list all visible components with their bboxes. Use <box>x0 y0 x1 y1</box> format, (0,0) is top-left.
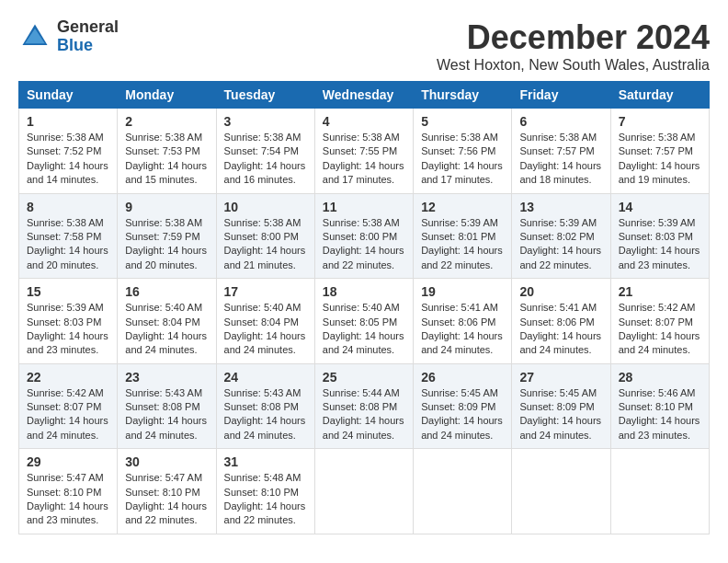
weekday-header-row: Sunday Monday Tuesday Wednesday Thursday… <box>19 82 710 109</box>
header-friday: Friday <box>512 82 610 109</box>
day-number: 27 <box>519 370 602 385</box>
day-number: 15 <box>27 284 109 299</box>
day-number: 24 <box>224 370 307 385</box>
calendar-cell: 9Sunrise: 5:38 AM Sunset: 7:59 PM Daylig… <box>118 193 216 279</box>
day-number: 13 <box>519 200 602 214</box>
calendar-cell: 17Sunrise: 5:40 AM Sunset: 8:04 PM Dayli… <box>216 279 314 364</box>
day-info: Sunrise: 5:38 AM Sunset: 7:55 PM Dayligh… <box>323 131 405 188</box>
calendar-cell: 27Sunrise: 5:45 AM Sunset: 8:09 PM Dayli… <box>512 363 610 449</box>
calendar-cell: 30Sunrise: 5:47 AM Sunset: 8:10 PM Dayli… <box>118 449 216 534</box>
calendar-cell: 28Sunrise: 5:46 AM Sunset: 8:10 PM Dayli… <box>610 363 709 449</box>
day-number: 12 <box>421 200 504 214</box>
title-area: December 2024 West Hoxton, New South Wal… <box>437 18 710 74</box>
day-info: Sunrise: 5:42 AM Sunset: 8:07 PM Dayligh… <box>619 301 701 358</box>
day-info: Sunrise: 5:38 AM Sunset: 7:52 PM Dayligh… <box>27 131 109 188</box>
day-info: Sunrise: 5:38 AM Sunset: 7:57 PM Dayligh… <box>619 131 701 188</box>
day-number: 21 <box>619 284 701 299</box>
day-number: 18 <box>323 284 405 299</box>
day-number: 2 <box>125 114 208 129</box>
day-number: 16 <box>125 284 208 299</box>
calendar-cell: 15Sunrise: 5:39 AM Sunset: 8:03 PM Dayli… <box>19 279 118 364</box>
header-wednesday: Wednesday <box>314 82 413 109</box>
calendar-cell: 19Sunrise: 5:41 AM Sunset: 8:06 PM Dayli… <box>414 279 512 364</box>
calendar-cell: 6Sunrise: 5:38 AM Sunset: 7:57 PM Daylig… <box>512 109 610 194</box>
calendar-cell: 10Sunrise: 5:38 AM Sunset: 8:00 PM Dayli… <box>216 193 314 279</box>
calendar-cell: 8Sunrise: 5:38 AM Sunset: 7:58 PM Daylig… <box>19 193 118 279</box>
calendar-cell: 5Sunrise: 5:38 AM Sunset: 7:56 PM Daylig… <box>414 109 512 194</box>
day-info: Sunrise: 5:38 AM Sunset: 7:57 PM Dayligh… <box>519 131 602 188</box>
day-info: Sunrise: 5:48 AM Sunset: 8:10 PM Dayligh… <box>224 471 307 528</box>
day-info: Sunrise: 5:39 AM Sunset: 8:01 PM Dayligh… <box>421 216 504 273</box>
day-number: 26 <box>421 370 504 385</box>
day-number: 19 <box>421 284 504 299</box>
day-info: Sunrise: 5:38 AM Sunset: 7:54 PM Dayligh… <box>224 131 307 188</box>
calendar-cell: 29Sunrise: 5:47 AM Sunset: 8:10 PM Dayli… <box>19 449 118 534</box>
calendar-cell: 26Sunrise: 5:45 AM Sunset: 8:09 PM Dayli… <box>414 363 512 449</box>
calendar-cell: 31Sunrise: 5:48 AM Sunset: 8:10 PM Dayli… <box>216 449 314 534</box>
day-info: Sunrise: 5:43 AM Sunset: 8:08 PM Dayligh… <box>224 386 307 443</box>
day-number: 6 <box>519 114 602 129</box>
calendar-cell: 7Sunrise: 5:38 AM Sunset: 7:57 PM Daylig… <box>610 109 709 194</box>
calendar-cell: 21Sunrise: 5:42 AM Sunset: 8:07 PM Dayli… <box>610 279 709 364</box>
calendar-week-1: 1Sunrise: 5:38 AM Sunset: 7:52 PM Daylig… <box>19 109 710 194</box>
header-sunday: Sunday <box>19 82 118 109</box>
calendar-cell <box>314 449 413 534</box>
calendar-cell <box>610 449 709 534</box>
calendar-week-5: 29Sunrise: 5:47 AM Sunset: 8:10 PM Dayli… <box>19 449 710 534</box>
calendar-cell: 16Sunrise: 5:40 AM Sunset: 8:04 PM Dayli… <box>118 279 216 364</box>
calendar-cell: 13Sunrise: 5:39 AM Sunset: 8:02 PM Dayli… <box>512 193 610 279</box>
day-info: Sunrise: 5:40 AM Sunset: 8:05 PM Dayligh… <box>323 301 405 358</box>
logo-icon <box>18 20 51 53</box>
day-number: 23 <box>125 370 208 385</box>
month-title: December 2024 <box>437 18 710 57</box>
calendar-cell: 25Sunrise: 5:44 AM Sunset: 8:08 PM Dayli… <box>314 363 413 449</box>
header-saturday: Saturday <box>610 82 709 109</box>
calendar-cell: 11Sunrise: 5:38 AM Sunset: 8:00 PM Dayli… <box>314 193 413 279</box>
day-number: 10 <box>224 200 307 214</box>
day-number: 17 <box>224 284 307 299</box>
day-info: Sunrise: 5:43 AM Sunset: 8:08 PM Dayligh… <box>125 386 208 443</box>
header-tuesday: Tuesday <box>216 82 314 109</box>
day-number: 25 <box>323 370 405 385</box>
calendar-table: Sunday Monday Tuesday Wednesday Thursday… <box>18 81 710 534</box>
calendar-cell: 14Sunrise: 5:39 AM Sunset: 8:03 PM Dayli… <box>610 193 709 279</box>
logo: General Blue <box>18 18 119 55</box>
day-number: 5 <box>421 114 504 129</box>
header-thursday: Thursday <box>414 82 512 109</box>
day-info: Sunrise: 5:39 AM Sunset: 8:03 PM Dayligh… <box>27 301 109 358</box>
calendar-cell: 22Sunrise: 5:42 AM Sunset: 8:07 PM Dayli… <box>19 363 118 449</box>
calendar-cell: 24Sunrise: 5:43 AM Sunset: 8:08 PM Dayli… <box>216 363 314 449</box>
day-info: Sunrise: 5:40 AM Sunset: 8:04 PM Dayligh… <box>224 301 307 358</box>
day-info: Sunrise: 5:38 AM Sunset: 8:00 PM Dayligh… <box>224 216 307 273</box>
calendar-cell: 18Sunrise: 5:40 AM Sunset: 8:05 PM Dayli… <box>314 279 413 364</box>
day-info: Sunrise: 5:41 AM Sunset: 8:06 PM Dayligh… <box>421 301 504 358</box>
day-info: Sunrise: 5:38 AM Sunset: 7:58 PM Dayligh… <box>27 216 109 273</box>
calendar-cell: 23Sunrise: 5:43 AM Sunset: 8:08 PM Dayli… <box>118 363 216 449</box>
calendar-cell: 2Sunrise: 5:38 AM Sunset: 7:53 PM Daylig… <box>118 109 216 194</box>
day-info: Sunrise: 5:47 AM Sunset: 8:10 PM Dayligh… <box>27 471 109 528</box>
header-monday: Monday <box>118 82 216 109</box>
calendar-week-2: 8Sunrise: 5:38 AM Sunset: 7:58 PM Daylig… <box>19 193 710 279</box>
day-number: 30 <box>125 454 208 469</box>
day-number: 9 <box>125 200 208 214</box>
day-info: Sunrise: 5:38 AM Sunset: 7:53 PM Dayligh… <box>125 131 208 188</box>
day-info: Sunrise: 5:38 AM Sunset: 7:56 PM Dayligh… <box>421 131 504 188</box>
day-number: 31 <box>224 454 307 469</box>
day-number: 11 <box>323 200 405 214</box>
calendar-cell: 12Sunrise: 5:39 AM Sunset: 8:01 PM Dayli… <box>414 193 512 279</box>
calendar-cell <box>512 449 610 534</box>
logo-text: General Blue <box>57 18 119 55</box>
day-info: Sunrise: 5:40 AM Sunset: 8:04 PM Dayligh… <box>125 301 208 358</box>
calendar-cell: 3Sunrise: 5:38 AM Sunset: 7:54 PM Daylig… <box>216 109 314 194</box>
day-info: Sunrise: 5:46 AM Sunset: 8:10 PM Dayligh… <box>619 386 701 443</box>
calendar-cell: 20Sunrise: 5:41 AM Sunset: 8:06 PM Dayli… <box>512 279 610 364</box>
day-number: 1 <box>27 114 109 129</box>
day-info: Sunrise: 5:38 AM Sunset: 8:00 PM Dayligh… <box>323 216 405 273</box>
day-info: Sunrise: 5:41 AM Sunset: 8:06 PM Dayligh… <box>519 301 602 358</box>
day-number: 28 <box>619 370 701 385</box>
day-number: 7 <box>619 114 701 129</box>
day-info: Sunrise: 5:45 AM Sunset: 8:09 PM Dayligh… <box>421 386 504 443</box>
day-number: 29 <box>27 454 109 469</box>
day-number: 14 <box>619 200 701 214</box>
day-number: 22 <box>27 370 109 385</box>
